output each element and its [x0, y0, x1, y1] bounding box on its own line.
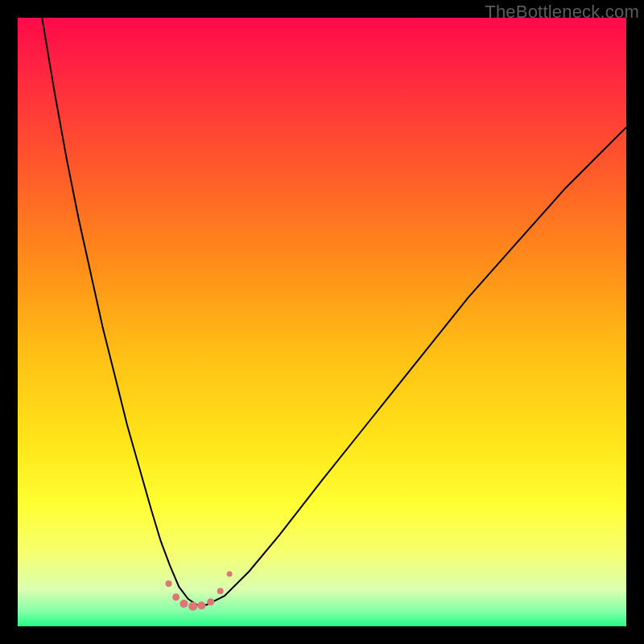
chart-frame — [18, 18, 626, 626]
curve-dot — [188, 602, 197, 611]
curve-dot — [227, 572, 233, 577]
curve-dot — [166, 580, 172, 587]
bottleneck-chart — [18, 18, 626, 626]
chart-background — [18, 18, 626, 626]
curve-dot — [217, 588, 224, 594]
curve-dot — [207, 598, 214, 605]
curve-dot — [197, 601, 205, 609]
curve-dot — [172, 593, 180, 601]
curve-dot — [180, 600, 188, 608]
watermark-text: TheBottleneck.com — [485, 2, 639, 23]
